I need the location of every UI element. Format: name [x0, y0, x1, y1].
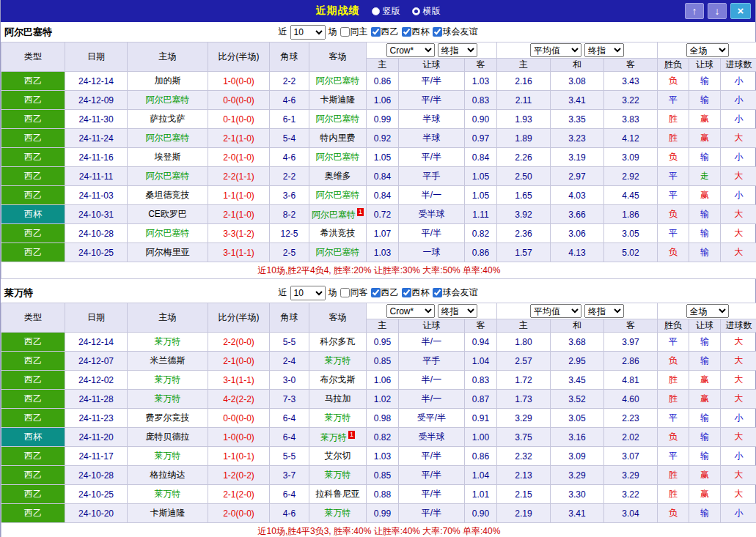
home-team[interactable]: CE欧罗巴 [128, 205, 208, 224]
friendly-checkbox[interactable] [433, 27, 442, 37]
match-date: 24-12-14 [65, 72, 128, 91]
home-team[interactable]: 阿尔巴塞特 [128, 167, 208, 186]
home-team[interactable]: 埃登斯 [128, 148, 208, 167]
filter-friendly[interactable]: 球会友谊 [433, 26, 478, 38]
home-team[interactable]: 加的斯 [128, 72, 208, 91]
match-row: 西乙24-10-28格拉纳达1-2(0-2)3-7莱万特0.85平/半1.042… [1, 466, 756, 485]
average-select[interactable]: 平均值 [530, 43, 581, 57]
match-count-select[interactable]: 10 [290, 25, 326, 40]
filter-same-venue[interactable]: 同主 [340, 26, 368, 38]
score: 3-3(1-2) [208, 224, 270, 243]
odds-stage-select[interactable]: 终指 [438, 304, 477, 318]
home-team[interactable]: 莱万特 [128, 390, 208, 409]
home-team[interactable]: 卡斯迪隆 [128, 504, 208, 523]
away-team[interactable]: 阿尔巴塞特 [309, 110, 367, 129]
home-team[interactable]: 阿尔巴塞特 [128, 224, 208, 243]
home-team[interactable]: 萨拉戈萨 [128, 110, 208, 129]
average-home-odds: 2.57 [497, 352, 551, 371]
filter-cup[interactable]: 西杯 [402, 286, 430, 299]
filter-league[interactable]: 西乙 [371, 26, 399, 38]
away-team[interactable]: 艾尔切 [309, 447, 367, 466]
odds-stage-select[interactable]: 终指 [438, 43, 477, 57]
home-team[interactable]: 莱万特 [128, 447, 208, 466]
radio-vertical-layout[interactable]: 竖版 [372, 5, 400, 18]
away-team[interactable]: 莱万特 [309, 409, 367, 428]
goals-result: 大 [721, 352, 756, 371]
away-team[interactable]: 特内里费 [309, 129, 367, 148]
home-team[interactable]: 格拉纳达 [128, 466, 208, 485]
cup-checkbox[interactable] [402, 27, 411, 37]
friendly-checkbox[interactable] [433, 288, 442, 297]
fulltime-select[interactable]: 全场 [686, 304, 729, 318]
average-away-odds: 4.12 [604, 129, 658, 148]
move-up-button[interactable]: ↑ [685, 3, 704, 19]
bookmaker-select[interactable]: Crow* [386, 43, 435, 57]
away-team[interactable]: 阿尔巴塞特 [309, 243, 367, 262]
league-checkbox[interactable] [371, 27, 381, 37]
home-team[interactable]: 米兰德斯 [128, 352, 208, 371]
filter-friendly[interactable]: 球会友谊 [433, 286, 478, 299]
match-row: 西乙24-12-02莱万特3-1(1-1)3-0布尔戈斯1.06半/一0.831… [1, 371, 756, 390]
away-team[interactable]: 拉科鲁尼亚 [309, 485, 367, 504]
away-team[interactable]: 希洪竞技 [309, 224, 367, 243]
away-team[interactable]: 阿尔巴塞特1 [309, 205, 367, 224]
home-team[interactable]: 阿尔巴塞特 [128, 91, 208, 110]
average-away-odds: 3.43 [604, 72, 658, 91]
move-down-button[interactable]: ↓ [708, 3, 727, 19]
handicap-away-odds: 1.00 [465, 428, 497, 447]
result: 负 [658, 243, 689, 262]
radio-horizontal-layout[interactable]: 横版 [412, 5, 441, 18]
home-team[interactable]: 莱万特 [128, 371, 208, 390]
goals-result: 小 [721, 504, 756, 523]
match-count-select[interactable]: 10 [290, 286, 326, 300]
competition-badge: 西乙 [1, 352, 65, 371]
away-team[interactable]: 阿尔巴塞特 [309, 148, 367, 167]
filter-league[interactable]: 西乙 [371, 286, 399, 299]
bookmaker-select[interactable]: Crow* [386, 304, 435, 318]
handicap-home-odds: 0.84 [367, 167, 399, 186]
handicap-line: 平/半 [399, 72, 465, 91]
away-team[interactable]: 莱万特1 [309, 428, 367, 447]
same-venue-checkbox[interactable] [340, 27, 350, 37]
away-team[interactable]: 莱万特 [309, 352, 367, 371]
filter-same-venue[interactable]: 同客 [340, 286, 368, 299]
away-team[interactable]: 布尔戈斯 [309, 371, 367, 390]
away-team[interactable]: 科尔多瓦 [309, 333, 367, 352]
home-team[interactable]: 阿尔巴塞特 [128, 129, 208, 148]
cup-checkbox[interactable] [402, 288, 411, 297]
same-venue-checkbox[interactable] [340, 288, 350, 297]
goals-result: 大 [721, 333, 756, 352]
average-select[interactable]: 平均值 [530, 304, 581, 318]
away-team[interactable]: 卡斯迪隆 [309, 91, 367, 110]
handicap-result: 赢 [689, 110, 721, 129]
match-date: 24-11-23 [65, 409, 128, 428]
score: 3-1(1-1) [208, 371, 270, 390]
away-team[interactable]: 阿尔巴塞特 [309, 186, 367, 205]
league-checkbox[interactable] [371, 288, 381, 297]
average-home-odds: 2.36 [497, 224, 551, 243]
home-team[interactable]: 庞特贝德拉 [128, 428, 208, 447]
home-team[interactable]: 费罗尔竞技 [128, 409, 208, 428]
match-row: 西乙24-10-20卡斯迪隆2-0(0-0)4-6莱万特0.99平/半0.902… [1, 504, 756, 523]
close-button[interactable]: × [730, 3, 751, 19]
away-team[interactable]: 莱万特 [309, 504, 367, 523]
filter-cup[interactable]: 西杯 [402, 26, 430, 38]
average-stage-select[interactable]: 终指 [584, 304, 624, 318]
match-row: 西乙24-11-30萨拉戈萨0-1(0-0)6-1阿尔巴塞特0.99半球0.90… [1, 110, 756, 129]
fulltime-select[interactable]: 全场 [686, 43, 729, 57]
away-team[interactable]: 奥维多 [309, 167, 367, 186]
average-stage-select[interactable]: 终指 [584, 43, 624, 57]
home-team[interactable]: 莱万特 [128, 333, 208, 352]
home-team[interactable]: 阿尔梅里亚 [128, 243, 208, 262]
away-team[interactable]: 马拉加 [309, 390, 367, 409]
corner-score: 4-6 [270, 91, 309, 110]
away-team[interactable]: 莱万特 [309, 466, 367, 485]
home-team[interactable]: 桑坦德竞技 [128, 186, 208, 205]
same-venue-label: 同主 [351, 26, 368, 38]
score: 2-1(0-0) [208, 352, 270, 371]
average-home-odds: 2.50 [497, 167, 551, 186]
home-team[interactable]: 莱万特 [128, 485, 208, 504]
average-draw-odds: 3.41 [551, 504, 604, 523]
away-team[interactable]: 阿尔巴塞特 [309, 72, 367, 91]
average-away-odds: 3.22 [604, 91, 658, 110]
